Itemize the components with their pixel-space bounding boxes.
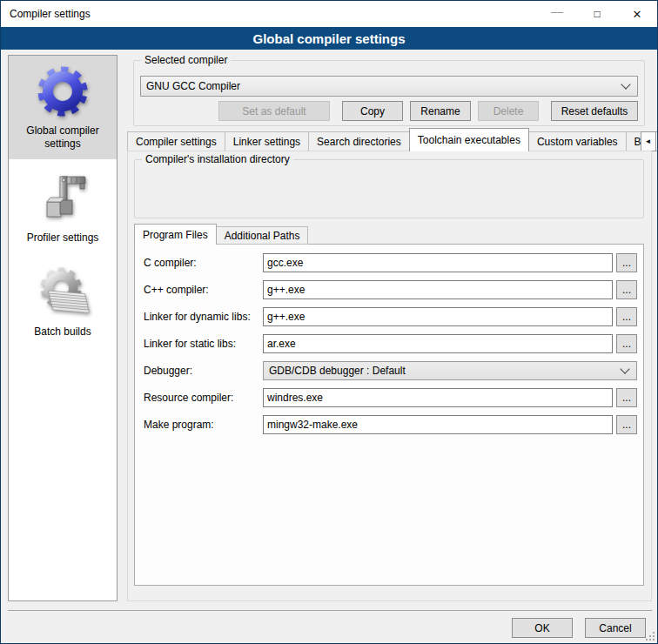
compiler-actions: Set as default Copy Rename Delete Reset … — [140, 101, 638, 121]
close-button[interactable]: ✕ — [617, 1, 657, 27]
installation-directory-group-label: Compiler's installation directory — [142, 153, 293, 165]
field-label: Debugger: — [144, 365, 192, 377]
linker-dynamic-input[interactable] — [263, 307, 613, 326]
header-band: Global compiler settings — [1, 27, 657, 50]
ok-button[interactable]: OK — [512, 618, 573, 638]
settings-category-list: Global compiler settings — [8, 55, 118, 601]
cancel-button[interactable]: Cancel — [585, 618, 646, 638]
linker-static-browse-button[interactable]: ... — [616, 334, 637, 353]
maximize-button[interactable]: □ — [577, 1, 617, 27]
close-icon: ✕ — [633, 8, 642, 21]
field-label: Resource compiler: — [144, 392, 233, 404]
program-files-tabs: Program Files Additional Paths — [134, 224, 307, 245]
tab-scroll-left-button[interactable]: ◄ — [641, 131, 656, 151]
field-row-cpp-compiler: C++ compiler: ... — [135, 280, 643, 299]
selected-compiler-dropdown[interactable]: GNU GCC Compiler — [140, 76, 638, 97]
field-row-debugger: Debugger: GDB/CDB debugger : Default — [135, 361, 643, 380]
gray-gear-stack-icon — [35, 265, 91, 320]
field-row-linker-dynamic: Linker for dynamic libs: ... — [135, 307, 643, 326]
c-compiler-input[interactable] — [263, 253, 613, 272]
selected-compiler-group-label: Selected compiler — [141, 54, 231, 66]
set-as-default-button[interactable]: Set as default — [218, 101, 330, 121]
field-row-c-compiler: C compiler: ... — [135, 253, 643, 272]
page-title: Global compiler settings — [252, 31, 405, 46]
tab-linker-settings[interactable]: Linker settings — [225, 131, 309, 151]
reset-defaults-button[interactable]: Reset defaults — [551, 101, 638, 121]
field-row-make-program: Make program: ... — [135, 415, 643, 434]
settings-tabs: Compiler settings Linker settings Search… — [127, 128, 657, 151]
blue-gear-icon — [35, 64, 91, 119]
selected-compiler-value: GNU GCC Compiler — [141, 80, 637, 92]
linker-static-input[interactable] — [263, 334, 613, 353]
sidebar-item-label: Global compiler settings — [16, 124, 110, 151]
tab-custom-variables[interactable]: Custom variables — [528, 131, 627, 151]
debugger-dropdown[interactable]: GDB/CDB debugger : Default — [263, 361, 637, 380]
program-files-panel: C compiler: ... C++ compiler: ... Linker… — [134, 244, 644, 586]
field-label: C++ compiler: — [144, 284, 209, 296]
caliper-icon — [35, 171, 91, 226]
tab-toolchain-executables[interactable]: Toolchain executables — [409, 128, 529, 151]
cpp-compiler-input[interactable] — [263, 280, 613, 299]
sidebar-item-label: Batch builds — [16, 325, 110, 339]
copy-button[interactable]: Copy — [342, 101, 403, 121]
compiler-settings-dialog: Compiler settings — □ ✕ Global compiler … — [0, 0, 658, 644]
installation-directory-group: Compiler's installation directory — [134, 159, 644, 218]
window-title: Compiler settings — [1, 8, 537, 20]
minimize-icon: — — [551, 4, 563, 18]
rename-button[interactable]: Rename — [410, 101, 471, 121]
resource-compiler-input[interactable] — [263, 388, 613, 407]
field-label: Linker for dynamic libs: — [144, 311, 251, 323]
subtab-program-files[interactable]: Program Files — [134, 224, 217, 245]
sidebar-item-label: Profiler settings — [16, 231, 110, 245]
linker-dynamic-browse-button[interactable]: ... — [616, 307, 637, 326]
field-label: Linker for static libs: — [144, 338, 236, 350]
make-program-browse-button[interactable]: ... — [616, 415, 637, 434]
c-compiler-browse-button[interactable]: ... — [616, 253, 637, 272]
make-program-input[interactable] — [263, 415, 613, 434]
chevron-down-icon — [621, 366, 628, 372]
tab-compiler-settings[interactable]: Compiler settings — [127, 131, 225, 151]
delete-button[interactable]: Delete — [478, 101, 539, 121]
sidebar-item-global-compiler-settings[interactable]: Global compiler settings — [9, 56, 117, 159]
debugger-value: GDB/CDB debugger : Default — [264, 365, 636, 377]
footer-separator — [8, 610, 652, 611]
tab-scroll-right-button[interactable]: ► — [655, 131, 658, 151]
arrow-left-icon: ◄ — [645, 138, 652, 145]
field-row-resource-compiler: Resource compiler: ... — [135, 388, 643, 407]
maximize-icon: □ — [594, 8, 600, 20]
resource-compiler-browse-button[interactable]: ... — [616, 388, 637, 407]
sidebar-item-batch-builds[interactable]: Batch builds — [9, 257, 117, 347]
minimize-button[interactable]: — — [537, 1, 577, 27]
sidebar-item-profiler-settings[interactable]: Profiler settings — [9, 163, 117, 253]
resize-grip[interactable] — [646, 632, 655, 641]
subtab-additional-paths[interactable]: Additional Paths — [216, 226, 309, 245]
field-label: Make program: — [144, 419, 214, 431]
title-bar[interactable]: Compiler settings — □ ✕ — [1, 1, 657, 27]
field-row-linker-static: Linker for static libs: ... — [135, 334, 643, 353]
field-label: C compiler: — [144, 257, 197, 269]
tab-search-directories[interactable]: Search directories — [308, 131, 410, 151]
chevron-down-icon — [622, 81, 629, 88]
cpp-compiler-browse-button[interactable]: ... — [616, 280, 637, 299]
